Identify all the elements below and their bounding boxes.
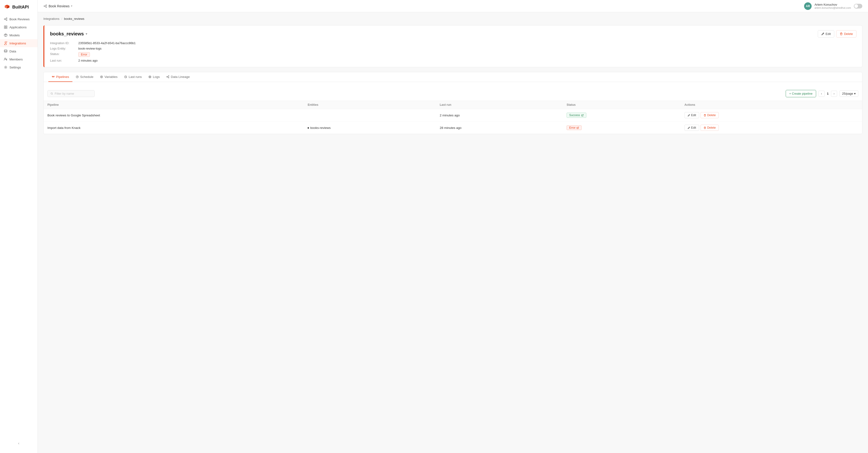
col-last-run: Last run — [436, 101, 563, 109]
svg-point-30 — [168, 76, 169, 76]
user-name: Artem Konuchov — [814, 3, 851, 6]
breadcrumb-separator: / — [61, 17, 62, 21]
svg-rect-8 — [6, 27, 7, 29]
svg-point-34 — [51, 92, 53, 94]
chevron-down-icon: ▾ — [71, 4, 72, 7]
pipelines-section: Pipelines Schedule Variables — [43, 72, 862, 134]
status-badge-success: Success — [566, 113, 586, 118]
data-lineage-tab-icon — [166, 75, 169, 78]
sidebar-item-label: Book Reviews — [9, 18, 30, 21]
sidebar-item-label: Members — [9, 58, 23, 61]
app-selector[interactable]: Book Reviews ▾ — [49, 4, 72, 8]
row-1-edit-label: Edit — [691, 114, 696, 117]
search-icon — [51, 92, 53, 95]
sidebar-item-applications[interactable]: Applications — [0, 23, 37, 31]
sidebar-item-book-reviews[interactable]: Book Reviews — [0, 15, 37, 23]
tab-pipelines-label: Pipelines — [56, 75, 69, 79]
sidebar-item-integrations[interactable]: Integrations — [0, 39, 37, 47]
next-page-button[interactable]: › — [831, 91, 837, 97]
sidebar-nav: Book Reviews Applications Models — [0, 15, 37, 71]
row-1-delete-button[interactable]: Delete — [701, 112, 719, 118]
toolbar-right: + Create pipeline ‹ 1 › 25/page ▾ — [786, 90, 858, 97]
sidebar-item-settings[interactable]: Settings — [0, 63, 37, 71]
breadcrumb-parent[interactable]: Integrations — [43, 17, 59, 21]
share-icon — [4, 17, 7, 21]
create-pipeline-label: + Create pipeline — [789, 92, 813, 95]
per-page-selector[interactable]: 25/page ▾ — [839, 90, 858, 97]
sidebar-item-label: Data — [9, 50, 16, 53]
row-1-edit-button[interactable]: Edit — [684, 112, 700, 118]
page-content: Integrations / books_reviews books_revie… — [38, 12, 868, 453]
tab-schedule[interactable]: Schedule — [72, 72, 97, 82]
integration-card-actions: Edit Delete — [818, 30, 857, 37]
tab-variables[interactable]: Variables — [97, 72, 121, 82]
table-row: Import data from Knack books-reviews 28 … — [44, 121, 862, 134]
edit-icon-small — [687, 114, 690, 117]
pipeline-actions-2: Edit Delete — [681, 121, 862, 134]
avatar: AR — [804, 2, 812, 10]
integration-card-header: books_reviews ▾ Edit Delete — [50, 30, 857, 37]
svg-line-4 — [5, 19, 6, 20]
create-pipeline-button[interactable]: + Create pipeline — [786, 90, 816, 97]
integration-last-run-value: 2 minutes ago — [78, 59, 857, 62]
row-2-delete-button[interactable]: Delete — [701, 125, 719, 131]
svg-point-15 — [44, 6, 45, 7]
integration-logs-label: Logs Entity: — [50, 47, 78, 50]
prev-page-button[interactable]: ‹ — [818, 91, 825, 97]
tab-logs[interactable]: Logs — [145, 72, 163, 82]
user-info: Artem Konuchov artem.konuchov@wiredhut.c… — [814, 3, 851, 9]
svg-point-29 — [167, 77, 167, 77]
integration-edit-label: Edit — [826, 32, 831, 36]
tab-pipelines[interactable]: Pipelines — [49, 72, 72, 82]
entity-dot-wrapper: books-reviews — [308, 126, 331, 130]
svg-point-16 — [46, 7, 47, 7]
per-page-chevron: ▾ — [854, 92, 856, 95]
last-runs-tab-icon — [124, 75, 127, 78]
table-row: Book reviews to Google Spreadsheet 2 min… — [44, 109, 862, 121]
edit-icon-small-2 — [687, 126, 690, 129]
integration-meta: Integration ID: 235585b1-8533-4a2f-b541-… — [50, 41, 857, 62]
delete-icon-small-2 — [704, 126, 706, 129]
tab-last-runs[interactable]: Last runs — [121, 72, 145, 82]
per-page-label: 25/page — [842, 92, 853, 95]
tab-data-lineage[interactable]: Data Lineage — [163, 72, 193, 82]
sidebar-item-members[interactable]: Members — [0, 55, 37, 63]
row-1-actions: Edit Delete — [684, 112, 858, 118]
integration-title-dropdown[interactable]: ▾ — [86, 32, 87, 36]
theme-toggle[interactable] — [854, 4, 862, 8]
header-left: Book Reviews ▾ — [43, 4, 72, 8]
svg-line-33 — [167, 77, 168, 78]
top-header: Book Reviews ▾ AR Artem Konuchov artem.k… — [38, 0, 868, 12]
row-2-edit-button[interactable]: Edit — [684, 125, 700, 131]
table-toolbar: + Create pipeline ‹ 1 › 25/page ▾ — [44, 87, 862, 101]
svg-point-11 — [4, 50, 7, 51]
sidebar-collapse-button[interactable]: ‹ — [16, 440, 21, 446]
svg-point-27 — [149, 76, 151, 78]
schedule-tab-icon — [76, 75, 79, 78]
svg-rect-5 — [4, 26, 5, 27]
svg-point-1 — [4, 19, 5, 20]
integration-card: books_reviews ▾ Edit Delete — [43, 25, 862, 67]
integration-delete-label: Delete — [844, 32, 853, 36]
integration-id-value: 235585b1-8533-4a2f-b541-ba76accc86b1 — [78, 41, 857, 45]
integration-title-group: books_reviews ▾ — [50, 31, 87, 36]
edit-icon — [821, 32, 824, 35]
svg-line-32 — [167, 76, 168, 77]
col-status: Status — [563, 101, 680, 109]
col-pipeline: Pipeline — [44, 101, 304, 109]
row-2-edit-label: Edit — [691, 126, 696, 130]
sidebar-item-data[interactable]: Data — [0, 47, 37, 55]
tab-last-runs-label: Last runs — [129, 75, 142, 79]
integration-id-label: Integration ID: — [50, 41, 78, 45]
integration-edit-button[interactable]: Edit — [818, 30, 834, 37]
integration-delete-button[interactable]: Delete — [836, 30, 857, 37]
integration-last-run-label: Last run: — [50, 59, 78, 62]
status-badge-error-row2: Error — [566, 125, 582, 130]
integration-status-value: Error — [78, 52, 857, 57]
filter-by-name-input[interactable] — [55, 92, 92, 95]
external-link-icon — [581, 114, 584, 117]
sidebar-item-models[interactable]: Models — [0, 31, 37, 39]
logo: BuiltAPI — [0, 0, 37, 15]
variables-tab-icon — [100, 75, 103, 78]
delete-icon-small — [704, 114, 706, 117]
